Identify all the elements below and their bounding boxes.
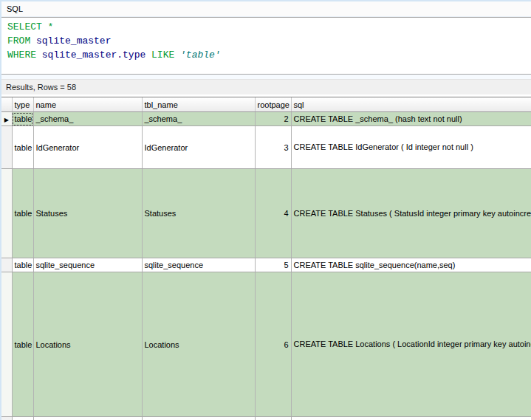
sql-panel-header: SQL <box>1 0 531 17</box>
sql-editor[interactable]: SELECT * FROM sqlite_master WHERE sqlite… <box>1 17 531 75</box>
cell-rootpage[interactable]: 4 <box>255 169 291 258</box>
cell-type[interactable]: table <box>12 258 33 272</box>
sql-query-tool-window: SQL SELECT * FROM sqlite_master WHERE sq… <box>0 0 531 420</box>
column-header-name[interactable]: name <box>33 97 142 112</box>
current-row-marker-icon: ▶ <box>4 117 9 123</box>
results-status-text: Results, Rows = 58 <box>6 83 76 92</box>
cell-sql[interactable] <box>291 417 531 420</box>
cell-tbl-name[interactable]: sqlite_sequence <box>142 258 255 272</box>
results-grid[interactable]: type name tbl_name rootpage sql ▶ table … <box>1 97 531 420</box>
sql-identifier: sqlite_master.type <box>36 49 151 61</box>
cell-sql[interactable]: CREATE TABLE Locations ( LocationId inte… <box>291 272 531 417</box>
sql-keyword: WHERE <box>7 49 36 61</box>
cell-sql[interactable]: CREATE TABLE Statuses ( StatusId integer… <box>291 169 531 258</box>
table-row[interactable]: ▶ table _schema_ _schema_ 2 CREATE TABLE… <box>1 112 531 126</box>
cell-type[interactable]: table <box>12 126 33 169</box>
cell-name[interactable]: IdGenerator <box>33 126 142 169</box>
cell-name[interactable]: sqlite_sequence <box>33 258 142 272</box>
table-row[interactable]: table sqlite_sequence sqlite_sequence 5 … <box>1 258 531 272</box>
cell-rootpage[interactable] <box>255 417 291 420</box>
sql-identifier: sqlite_master <box>30 35 111 47</box>
cell-type[interactable]: table <box>12 272 33 417</box>
cell-sql[interactable]: CREATE TABLE IdGenerator ( Id integer no… <box>291 126 531 169</box>
table-row-partial[interactable] <box>1 417 531 420</box>
sql-panel-title: SQL <box>7 4 23 13</box>
sql-keyword: FROM <box>7 35 30 47</box>
row-selector[interactable] <box>1 272 12 417</box>
cell-rootpage[interactable]: 3 <box>255 126 291 169</box>
row-selector[interactable] <box>1 258 12 272</box>
cell-tbl-name[interactable]: Statuses <box>142 169 255 258</box>
column-header-tbl-name[interactable]: tbl_name <box>142 97 255 112</box>
column-header-type[interactable]: type <box>12 97 33 112</box>
grid-header-row: type name tbl_name rootpage sql <box>1 97 531 112</box>
table-row[interactable]: table Statuses Statuses 4 CREATE TABLE S… <box>1 169 531 258</box>
cell-type[interactable]: table <box>12 169 33 258</box>
sql-editor-line: FROM sqlite_master <box>7 34 531 48</box>
row-selector-header[interactable] <box>1 97 12 112</box>
cell-name[interactable]: _schema_ <box>33 112 142 126</box>
sql-editor-line: WHERE sqlite_master.type LIKE 'table' <box>7 48 531 62</box>
cell-sql[interactable]: CREATE TABLE sqlite_sequence(name,seq) <box>291 258 531 272</box>
cell-tbl-name[interactable]: _schema_ <box>142 112 255 126</box>
sql-editor-line: SELECT * <box>7 20 531 34</box>
table-row[interactable]: table Locations Locations 6 CREATE TABLE… <box>1 272 531 417</box>
results-header: Results, Rows = 58 <box>1 79 531 94</box>
cell-rootpage[interactable]: 5 <box>255 258 291 272</box>
cell-tbl-name[interactable] <box>142 417 255 420</box>
cell-type[interactable] <box>12 417 33 420</box>
cell-name[interactable]: Statuses <box>33 169 142 258</box>
cell-name[interactable]: Locations <box>33 272 142 417</box>
row-selector[interactable] <box>1 417 12 420</box>
column-header-rootpage[interactable]: rootpage <box>255 97 291 112</box>
table-row[interactable]: table IdGenerator IdGenerator 3 CREATE T… <box>1 126 531 169</box>
row-selector[interactable] <box>1 126 12 169</box>
results-table: type name tbl_name rootpage sql ▶ table … <box>1 97 531 420</box>
cell-name[interactable] <box>33 417 142 420</box>
column-header-sql[interactable]: sql <box>291 97 531 112</box>
cell-type[interactable]: table <box>12 112 33 126</box>
cell-sql[interactable]: CREATE TABLE _schema_ (hash text not nul… <box>291 112 531 126</box>
sql-string-literal: 'table' <box>174 49 220 61</box>
sql-keyword: LIKE <box>151 49 174 61</box>
cell-rootpage[interactable]: 2 <box>255 112 291 126</box>
cell-rootpage[interactable]: 6 <box>255 272 291 417</box>
cell-tbl-name[interactable]: IdGenerator <box>142 126 255 169</box>
sql-keyword: SELECT * <box>7 21 53 32</box>
cell-tbl-name[interactable]: Locations <box>142 272 255 417</box>
row-selector[interactable] <box>1 169 12 258</box>
row-selector[interactable]: ▶ <box>1 112 12 126</box>
